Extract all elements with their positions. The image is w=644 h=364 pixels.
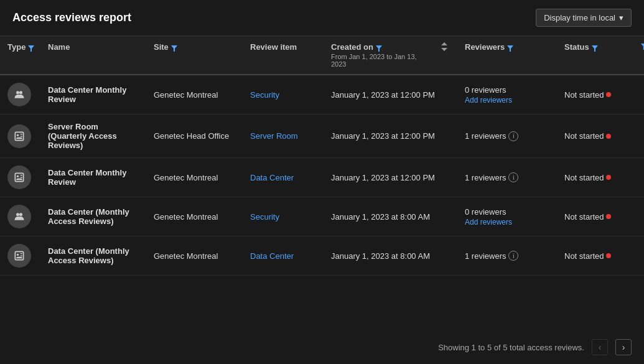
- display-time-button[interactable]: Display time in local ▾: [536, 9, 632, 27]
- site-cell: Genetec Montreal: [146, 158, 243, 197]
- svg-point-15: [19, 213, 22, 216]
- site-filter-icon[interactable]: [171, 44, 177, 50]
- clear-filter-icon[interactable]: [641, 42, 644, 49]
- created-filter-icon[interactable]: [376, 44, 382, 50]
- type-icon: [7, 124, 31, 148]
- status-cell: Not started: [557, 236, 632, 276]
- table-row: Data Center Monthly Review Genetec Montr…: [0, 158, 644, 197]
- review-item-cell: Security: [243, 75, 324, 114]
- site-cell: Genetec Montreal: [146, 75, 243, 114]
- name-cell: Data Center Monthly Review: [40, 75, 146, 114]
- type-cell: [0, 75, 40, 114]
- svg-marker-0: [28, 45, 34, 52]
- table-container: Type Name Site: [0, 36, 644, 276]
- header: Access reviews report Display time in lo…: [0, 0, 644, 36]
- site-cell: Genetec Head Office: [146, 114, 243, 158]
- col-header-review: Review item: [243, 36, 324, 75]
- name-cell: Server Room (Quarterly Access Reviews): [40, 114, 146, 158]
- review-item-cell: Data Center: [243, 158, 324, 197]
- status-text: Not started: [564, 131, 604, 141]
- status-dot: [606, 253, 611, 258]
- next-icon: ›: [622, 342, 625, 352]
- table-row: Data Center (Monthly Access Reviews) Gen…: [0, 236, 644, 276]
- date-range: From Jan 1, 2023 to Jan 13, 2023: [331, 53, 431, 68]
- reviewers-filter-icon[interactable]: [507, 44, 513, 50]
- review-item-link[interactable]: Security: [250, 212, 279, 222]
- access-reviews-table: Type Name Site: [0, 36, 644, 276]
- created-on-cell: January 1, 2023 at 12:00 PM: [324, 114, 439, 158]
- table-header-row: Type Name Site: [0, 36, 644, 75]
- col-header-status: Status: [557, 36, 632, 75]
- info-icon[interactable]: i: [508, 251, 518, 261]
- reviewers-cell: 1 reviewers i: [457, 114, 557, 158]
- created-on-cell: January 1, 2023 at 12:00 PM: [324, 158, 439, 197]
- review-item-link[interactable]: Data Center: [250, 173, 294, 182]
- svg-marker-5: [641, 44, 644, 50]
- type-icon: [7, 205, 31, 228]
- reviewers-count: 1 reviewers i: [465, 131, 549, 141]
- svg-marker-1: [171, 45, 177, 52]
- reviewers-cell: 1 reviewers i: [457, 236, 557, 276]
- reviewers-count: 0 reviewers: [465, 207, 549, 217]
- sort-cell: [439, 158, 457, 197]
- sort-cell: [439, 236, 457, 276]
- review-item-link[interactable]: Security: [250, 90, 279, 100]
- status-dot: [606, 175, 611, 180]
- info-icon[interactable]: i: [508, 172, 518, 182]
- sort-cell: [439, 75, 457, 114]
- status-dot: [606, 92, 611, 97]
- table-row: Data Center Monthly Review Genetec Montr…: [0, 75, 644, 114]
- col-header-name: Name: [40, 36, 146, 75]
- row-action-cell: [632, 75, 644, 114]
- reviewers-count: 1 reviewers i: [465, 251, 549, 261]
- reviewers-count: 1 reviewers i: [465, 172, 549, 182]
- name-cell: Data Center Monthly Review: [40, 158, 146, 197]
- table-row: Data Center (Monthly Access Reviews) Gen…: [0, 197, 644, 236]
- reviewers-cell: 1 reviewers i: [457, 158, 557, 197]
- reviewers-cell: 0 reviewers Add reviewers: [457, 75, 557, 114]
- created-on-cell: January 1, 2023 at 8:00 AM: [324, 236, 439, 276]
- row-action-cell: [632, 197, 644, 236]
- type-cell: [0, 158, 40, 197]
- created-on-cell: January 1, 2023 at 12:00 PM: [324, 75, 439, 114]
- row-action-cell: [632, 114, 644, 158]
- svg-marker-3: [507, 45, 513, 52]
- add-reviewers-link[interactable]: Add reviewers: [465, 96, 549, 105]
- name-cell: Data Center (Monthly Access Reviews): [40, 197, 146, 236]
- reviewers-count: 0 reviewers: [465, 85, 549, 95]
- display-time-label: Display time in local: [544, 13, 615, 22]
- type-cell: [0, 236, 40, 276]
- status-dot: [606, 134, 611, 139]
- status-cell: Not started: [557, 114, 632, 158]
- info-icon[interactable]: i: [508, 131, 518, 141]
- created-on-cell: January 1, 2023 at 8:00 AM: [324, 197, 439, 236]
- type-cell: [0, 114, 40, 158]
- reviewers-cell: 0 reviewers Add reviewers: [457, 197, 557, 236]
- svg-point-14: [16, 213, 19, 216]
- svg-marker-2: [376, 45, 382, 52]
- review-item-link[interactable]: Data Center: [250, 251, 294, 261]
- status-dot: [606, 214, 611, 219]
- sort-cell: [439, 197, 457, 236]
- row-action-cell: [632, 158, 644, 197]
- prev-page-button[interactable]: ‹: [592, 339, 608, 355]
- review-item-link[interactable]: Server Room: [250, 131, 298, 141]
- table-footer: Showing 1 to 5 of 5 total access reviews…: [0, 330, 644, 364]
- next-page-button[interactable]: ›: [615, 339, 632, 355]
- type-cell: [0, 197, 40, 236]
- col-sort-btn[interactable]: [439, 36, 457, 75]
- status-text: Not started: [564, 90, 604, 100]
- row-action-cell: [632, 236, 644, 276]
- col-clear-filters[interactable]: [632, 36, 644, 75]
- site-cell: Genetec Montreal: [146, 197, 243, 236]
- status-cell: Not started: [557, 75, 632, 114]
- add-reviewers-link[interactable]: Add reviewers: [465, 218, 549, 226]
- svg-marker-4: [592, 45, 598, 52]
- col-header-created: Created on From Jan 1, 2023 to Jan 13, 2…: [324, 36, 439, 75]
- type-filter-icon[interactable]: [28, 44, 34, 50]
- type-icon: [7, 83, 31, 106]
- status-filter-icon[interactable]: [592, 44, 598, 50]
- status-text: Not started: [564, 212, 604, 222]
- status-cell: Not started: [557, 197, 632, 236]
- svg-point-8: [16, 91, 19, 94]
